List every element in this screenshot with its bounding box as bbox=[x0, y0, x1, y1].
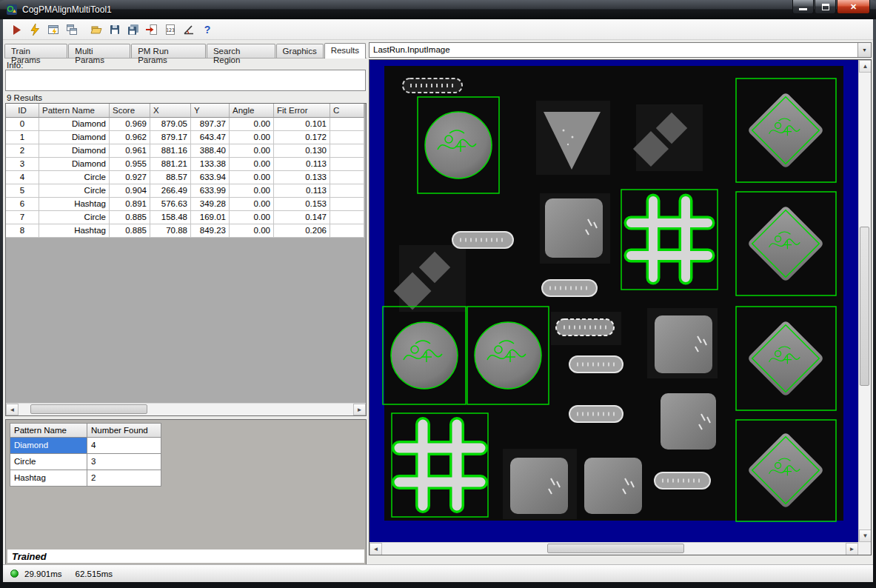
summary-cell: Diamond bbox=[10, 438, 87, 454]
image-viewer[interactable]: ▲ ▼ ◄ ► bbox=[369, 59, 872, 555]
title-bar[interactable]: CogPMAlignMultiTool1 ✕ bbox=[0, 0, 876, 19]
run-tool-window-button[interactable] bbox=[44, 21, 62, 39]
table-cell: 0.00 bbox=[230, 184, 274, 198]
scroll-right-arrow[interactable]: ► bbox=[846, 543, 858, 555]
results-grid: IDPattern NameScoreXYAngleFit ErrorC 0Di… bbox=[5, 103, 367, 416]
results-column-header[interactable]: Y bbox=[191, 104, 230, 118]
table-cell: 349.28 bbox=[191, 198, 230, 211]
help-button[interactable]: ? bbox=[198, 21, 216, 39]
table-cell: 0.172 bbox=[274, 131, 330, 144]
caption-buttons: ✕ bbox=[792, 0, 870, 14]
tab-search-region[interactable]: Search Region bbox=[207, 44, 275, 58]
results-column-header[interactable]: Fit Error bbox=[274, 104, 330, 118]
inspection-image bbox=[370, 60, 860, 544]
tab-graphics[interactable]: Graphics bbox=[276, 44, 324, 58]
results-column-header[interactable]: Angle bbox=[230, 104, 274, 118]
vscroll-thumb[interactable] bbox=[860, 227, 869, 386]
numeric-format-button[interactable]: 123 bbox=[161, 21, 179, 39]
table-cell: 266.49 bbox=[150, 184, 191, 198]
summary-body: Diamond4Circle3Hashtag2 bbox=[10, 438, 161, 487]
table-cell: 643.47 bbox=[191, 131, 230, 144]
summary-cell: 4 bbox=[87, 438, 161, 454]
save-file-button[interactable] bbox=[106, 21, 124, 39]
table-cell bbox=[330, 211, 364, 224]
list-item[interactable]: Circle3 bbox=[10, 454, 161, 470]
table-cell: 0.955 bbox=[110, 158, 150, 171]
table-row[interactable]: 3Diamond0.955881.21133.380.000.113 bbox=[6, 158, 366, 171]
table-cell: 5 bbox=[6, 184, 39, 198]
trained-strip: Trained bbox=[7, 549, 364, 563]
results-column-header[interactable]: Score bbox=[110, 104, 150, 118]
table-cell: 0.00 bbox=[230, 211, 274, 224]
scroll-left-arrow[interactable]: ◄ bbox=[370, 543, 382, 555]
table-cell: 0.969 bbox=[110, 118, 150, 131]
table-cell: 0.130 bbox=[274, 144, 330, 158]
maximize-icon bbox=[822, 4, 829, 10]
summary-header: Pattern NameNumber Found bbox=[10, 423, 161, 438]
table-row[interactable]: 7Circle0.885158.48169.010.000.147 bbox=[6, 211, 366, 224]
results-column-header[interactable]: X bbox=[150, 104, 191, 118]
table-row[interactable]: 6Hashtag0.891576.63349.280.000.153 bbox=[6, 198, 366, 211]
new-tool-window-button[interactable] bbox=[63, 21, 81, 39]
open-file-button[interactable] bbox=[87, 21, 105, 39]
tab-results[interactable]: Results bbox=[324, 43, 366, 59]
chevron-down-icon[interactable]: ▼ bbox=[857, 43, 871, 57]
results-column-header[interactable]: ID bbox=[6, 104, 39, 118]
summary-column-header[interactable]: Pattern Name bbox=[10, 423, 87, 438]
summary-cell: 2 bbox=[87, 470, 161, 487]
lightning-run-button[interactable] bbox=[26, 21, 44, 39]
import-tool-button[interactable] bbox=[143, 21, 161, 39]
tab-train-params[interactable]: Train Params bbox=[4, 44, 67, 58]
table-cell: 0.961 bbox=[110, 144, 150, 158]
viewer-hscrollbar: ◄ ► bbox=[370, 542, 858, 555]
table-cell bbox=[330, 224, 364, 238]
list-item[interactable]: Diamond4 bbox=[10, 438, 161, 454]
scroll-left-arrow[interactable]: ◄ bbox=[6, 404, 19, 415]
image-selector-value: LastRun.InputImage bbox=[370, 43, 857, 57]
table-row[interactable]: 5Circle0.904266.49633.990.000.113 bbox=[6, 184, 366, 198]
scroll-down-arrow[interactable]: ▼ bbox=[859, 529, 872, 542]
maximize-button[interactable] bbox=[815, 0, 836, 14]
save-file-icon bbox=[108, 23, 121, 36]
angle-units-icon bbox=[182, 23, 195, 36]
table-cell: 0.00 bbox=[230, 158, 274, 171]
hscroll-thumb[interactable] bbox=[30, 404, 147, 414]
lightning-run-icon bbox=[28, 23, 41, 36]
table-row[interactable]: 2Diamond0.961881.16388.400.000.130 bbox=[6, 144, 366, 158]
minimize-button[interactable] bbox=[792, 0, 814, 14]
table-row[interactable]: 0Diamond0.969879.05897.370.000.101 bbox=[6, 118, 366, 131]
table-cell: Circle bbox=[39, 171, 110, 184]
table-row[interactable]: 4Circle0.92788.57633.940.000.133 bbox=[6, 171, 366, 184]
results-column-header[interactable]: Pattern Name bbox=[39, 104, 110, 118]
table-cell: 0 bbox=[6, 118, 39, 131]
close-button[interactable]: ✕ bbox=[837, 0, 870, 14]
image-selector-combobox[interactable]: LastRun.InputImage ▼ bbox=[369, 42, 872, 58]
summary-column-header[interactable]: Number Found bbox=[87, 423, 161, 438]
table-cell: 2 bbox=[6, 144, 39, 158]
table-cell: 0.133 bbox=[274, 171, 330, 184]
table-cell: 0.885 bbox=[110, 224, 150, 238]
table-cell: 0.962 bbox=[110, 131, 150, 144]
hscroll-thumb[interactable] bbox=[547, 544, 684, 553]
save-group-button[interactable] bbox=[124, 21, 142, 39]
run-button[interactable] bbox=[7, 21, 25, 39]
status-bar: 29.901ms 62.515ms bbox=[3, 564, 873, 582]
table-cell: 0.113 bbox=[274, 158, 330, 171]
run-time: 29.901ms bbox=[24, 569, 62, 578]
list-item[interactable]: Hashtag2 bbox=[10, 470, 161, 487]
tab-multi-params[interactable]: Multi Params bbox=[68, 44, 130, 58]
table-cell: Hashtag bbox=[39, 224, 110, 238]
scroll-up-arrow[interactable]: ▲ bbox=[859, 60, 872, 73]
angle-units-button[interactable] bbox=[180, 21, 198, 39]
tab-pm-run-params[interactable]: PM Run Params bbox=[131, 44, 206, 58]
table-cell: 0.00 bbox=[230, 171, 274, 184]
table-cell: 0.891 bbox=[110, 198, 150, 211]
table-cell: 0.00 bbox=[230, 198, 274, 211]
table-row[interactable]: 1Diamond0.962879.17643.470.000.172 bbox=[6, 131, 366, 144]
table-cell bbox=[330, 198, 364, 211]
scroll-right-arrow[interactable]: ► bbox=[353, 404, 366, 415]
table-cell: 879.05 bbox=[150, 118, 191, 131]
table-row[interactable]: 8Hashtag0.88570.88849.230.000.206 bbox=[6, 224, 366, 238]
results-column-header[interactable]: C bbox=[330, 104, 364, 118]
total-time: 62.515ms bbox=[76, 569, 113, 578]
